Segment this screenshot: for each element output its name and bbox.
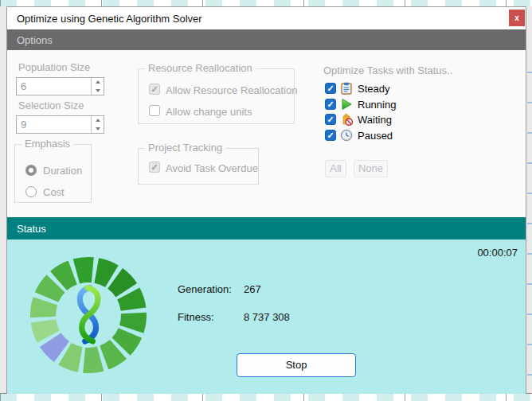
selection-size-label: Selection Size bbox=[18, 99, 84, 111]
waiting-label: Waiting bbox=[358, 114, 392, 126]
paused-checkbox[interactable]: ✓ bbox=[325, 130, 336, 141]
population-size-value: 6 bbox=[21, 80, 26, 92]
allow-change-units-label: Allow change units bbox=[166, 106, 252, 118]
title-bar: Optimize using Genetic Algorithm Solver … bbox=[7, 7, 526, 29]
arrow-up-icon bbox=[96, 119, 100, 122]
play-icon bbox=[340, 98, 353, 111]
progress-ring bbox=[24, 251, 153, 380]
close-button[interactable]: x bbox=[509, 10, 525, 26]
task-status-label: Optimize Tasks with Status.. bbox=[323, 64, 452, 76]
arrow-down-icon bbox=[96, 127, 100, 130]
none-button[interactable]: None bbox=[354, 160, 388, 177]
emphasis-title: Emphasis bbox=[22, 138, 73, 150]
duration-radio[interactable] bbox=[25, 165, 37, 176]
close-icon: x bbox=[514, 14, 519, 22]
steady-checkbox[interactable]: ✓ bbox=[325, 83, 336, 94]
dna-icon bbox=[80, 288, 98, 341]
all-button[interactable]: All bbox=[325, 160, 346, 177]
allow-change-units-checkbox[interactable] bbox=[149, 105, 160, 116]
progress-ring-wrap bbox=[24, 251, 153, 380]
allow-resource-reallocation-label: Allow Resource Reallocation bbox=[166, 84, 297, 96]
waiting-hand-icon bbox=[340, 113, 353, 126]
ring-segment bbox=[83, 347, 104, 373]
selection-size-stepper[interactable]: 9 bbox=[16, 115, 104, 134]
avoid-task-overdue-checkbox[interactable]: ✓ bbox=[149, 162, 160, 173]
status-panel: 00:00:07 Generation: 267 bbox=[7, 239, 526, 394]
cost-radio-label: Cost bbox=[43, 186, 65, 198]
ring-segment bbox=[73, 257, 94, 283]
resource-reallocation-groupbox: Resource Reallocation ✓ Allow Resource R… bbox=[138, 68, 295, 124]
duration-radio-label: Duration bbox=[43, 165, 82, 177]
generation-label: Generation: bbox=[178, 283, 232, 295]
selection-size-value: 9 bbox=[21, 119, 26, 130]
cost-radio[interactable] bbox=[25, 186, 37, 197]
generation-value: 267 bbox=[244, 283, 261, 295]
stop-button[interactable]: Stop bbox=[237, 353, 356, 377]
avoid-task-overdue-label: Avoid Task Overdue bbox=[166, 162, 258, 174]
background-timescale-top bbox=[0, 0, 532, 6]
options-section-header: Options bbox=[7, 29, 526, 50]
status-section-header: Status bbox=[7, 217, 526, 239]
genetic-optimizer-dialog: Optimize using Genetic Algorithm Solver … bbox=[6, 6, 526, 393]
status-header-label: Status bbox=[17, 223, 46, 235]
arrow-down-icon bbox=[96, 89, 100, 92]
selection-size-increment-button[interactable] bbox=[92, 116, 104, 125]
paused-label: Paused bbox=[358, 130, 393, 142]
background-grid-dots bbox=[527, 72, 532, 379]
population-size-label: Population Size bbox=[18, 61, 90, 73]
fitness-value: 8 737 308 bbox=[244, 311, 290, 323]
waiting-checkbox[interactable]: ✓ bbox=[325, 114, 336, 125]
population-size-decrement-button[interactable] bbox=[92, 87, 104, 95]
clock-icon bbox=[340, 129, 353, 142]
background-timescale-bottom bbox=[0, 393, 532, 401]
clipboard-icon bbox=[340, 82, 353, 95]
running-label: Running bbox=[358, 99, 396, 111]
population-size-increment-button[interactable] bbox=[92, 78, 104, 87]
elapsed-time: 00:00:07 bbox=[477, 247, 518, 259]
options-panel: Population Size 6 Selection Size 9 Empha… bbox=[7, 50, 526, 217]
population-size-stepper[interactable]: 6 bbox=[16, 77, 104, 95]
steady-label: Steady bbox=[358, 83, 389, 95]
resource-reallocation-title: Resource Reallocation bbox=[145, 62, 256, 74]
project-tracking-groupbox: Project Tracking ✓ Avoid Task Overdue bbox=[138, 148, 259, 185]
window-title: Optimize using Genetic Algorithm Solver bbox=[17, 13, 202, 25]
emphasis-groupbox: Emphasis Duration Cost bbox=[14, 144, 92, 203]
arrow-up-icon bbox=[96, 80, 100, 84]
options-header-label: Options bbox=[17, 34, 53, 46]
allow-resource-reallocation-checkbox[interactable]: ✓ bbox=[149, 84, 160, 95]
running-checkbox[interactable]: ✓ bbox=[325, 99, 336, 110]
project-tracking-title: Project Tracking bbox=[145, 142, 225, 154]
fitness-label: Fitness: bbox=[178, 311, 214, 323]
selection-size-decrement-button[interactable] bbox=[92, 125, 104, 134]
